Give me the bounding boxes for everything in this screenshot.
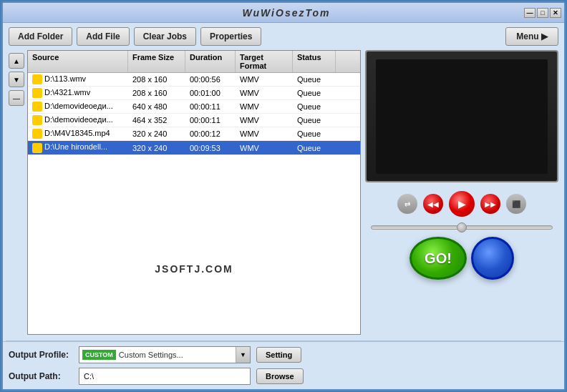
header-duration: Duration <box>185 51 236 72</box>
progress-track[interactable] <box>371 225 553 230</box>
move-up-button[interactable]: ▲ <box>9 53 24 69</box>
cell-source: D:\113.wmv <box>28 73 128 86</box>
close-button[interactable]: ✕ <box>550 8 561 18</box>
cell-duration: 00:00:11 <box>185 114 236 126</box>
go-section: GO! <box>365 234 558 283</box>
cell-duration: 00:00:11 <box>185 101 236 112</box>
profile-select[interactable]: CUSTOM Custom Settings... ▼ <box>79 346 251 363</box>
option-button[interactable] <box>471 237 514 280</box>
cell-duration: 00:01:00 <box>185 87 236 99</box>
file-icon <box>32 129 42 139</box>
cell-source: D:\4321.wmv <box>28 87 128 99</box>
forward-button[interactable]: ▶▶ <box>480 194 500 214</box>
table-row[interactable]: D:\demovideoeди...640 x 48000:00:11WMVQu… <box>28 100 360 114</box>
cell-target: WMV <box>236 74 293 85</box>
table-row[interactable]: D:\demovideoeди...464 x 35200:00:11WMVQu… <box>28 114 360 127</box>
cell-source: D:\Une hirondell... <box>28 141 128 154</box>
browse-button[interactable]: Browse <box>256 368 304 384</box>
cell-target: WMV <box>236 142 293 154</box>
file-list-header: Source Frame Size Duration Target Format… <box>28 51 360 73</box>
output-profile-label: Output Profile: <box>9 350 73 360</box>
bottom-bar: Output Profile: CUSTOM Custom Settings..… <box>3 341 564 389</box>
file-icon <box>32 102 42 112</box>
app-title: WuWiOsezTom <box>49 7 524 19</box>
rewind-button[interactable]: ◀◀ <box>423 194 443 214</box>
cell-status: Queue <box>293 101 336 112</box>
cell-frame: 320 x 240 <box>128 142 185 154</box>
restore-button[interactable]: □ <box>537 8 548 18</box>
watermark: JSOFTJ.COM <box>28 204 360 335</box>
cell-target: WMV <box>236 101 293 112</box>
cell-frame: 208 x 160 <box>128 74 185 85</box>
cell-duration: 00:09:53 <box>185 142 236 154</box>
player-controls: ⇄ ◀◀ ▶ ▶▶ ⬛ <box>365 187 558 221</box>
table-row[interactable]: D:\Une hirondell...320 x 24000:09:53WMVQ… <box>28 141 360 155</box>
properties-button[interactable]: Properties <box>200 27 261 46</box>
left-panel: ▲ ▼ — Source Frame Size Duration Target … <box>9 50 361 335</box>
file-list: Source Frame Size Duration Target Format… <box>27 50 361 335</box>
profile-select-text: Custom Settings... <box>119 351 236 359</box>
clear-jobs-button[interactable]: Clear Jobs <box>134 27 196 46</box>
header-status: Status <box>293 51 336 72</box>
video-preview <box>365 50 558 182</box>
header-target: Target Format <box>236 51 293 72</box>
play-button[interactable]: ▶ <box>449 191 475 217</box>
file-icon <box>32 115 42 125</box>
cell-duration: 00:00:12 <box>185 128 236 139</box>
menu-button[interactable]: Menu ▶ <box>505 27 558 46</box>
right-panel: ⇄ ◀◀ ▶ ▶▶ ⬛ GO! <box>365 50 558 335</box>
file-icon <box>32 74 42 84</box>
cell-status: Queue <box>293 74 336 85</box>
move-down-button[interactable]: ▼ <box>9 72 24 87</box>
file-icon <box>32 88 42 98</box>
file-icon <box>32 143 42 153</box>
cell-status: Queue <box>293 128 336 139</box>
select-arrow-icon[interactable]: ▼ <box>236 347 250 363</box>
file-list-body: D:\113.wmv208 x 16000:00:56WMVQueueD:\43… <box>28 73 360 204</box>
add-file-button[interactable]: Add File <box>77 27 129 46</box>
cell-source: D:\M4V18345.mp4 <box>28 127 128 140</box>
table-row[interactable]: D:\113.wmv208 x 16000:00:56WMVQueue <box>28 73 360 87</box>
custom-badge: CUSTOM <box>82 350 116 360</box>
output-path-row: Output Path: Browse <box>9 368 558 385</box>
cell-source: D:\demovideoeди... <box>28 114 128 127</box>
cell-target: WMV <box>236 114 293 126</box>
go-button[interactable]: GO! <box>410 237 467 280</box>
cell-duration: 00:00:56 <box>185 74 236 85</box>
cell-frame: 320 x 240 <box>128 128 185 139</box>
cell-frame: 464 x 352 <box>128 114 185 126</box>
table-row[interactable]: D:\4321.wmv208 x 16000:01:00WMVQueue <box>28 87 360 100</box>
cell-target: WMV <box>236 87 293 99</box>
output-path-label: Output Path: <box>9 371 73 381</box>
main-area: ▲ ▼ — Source Frame Size Duration Target … <box>3 50 564 340</box>
side-arrows: ▲ ▼ — <box>9 50 24 335</box>
header-frame: Frame Size <box>128 51 185 72</box>
video-screen <box>376 59 548 174</box>
setting-button[interactable]: Setting <box>256 347 301 363</box>
header-source: Source <box>28 51 128 72</box>
progress-bar-container <box>365 225 558 230</box>
screenshot-button[interactable]: ⬛ <box>506 194 526 214</box>
minimize-button[interactable]: — <box>524 8 536 18</box>
cell-source: D:\demovideoeди... <box>28 100 128 113</box>
progress-thumb[interactable] <box>457 222 467 232</box>
output-path-input[interactable] <box>79 368 251 385</box>
remove-button[interactable]: — <box>9 90 24 106</box>
title-bar: WuWiOsezTom — □ ✕ <box>3 3 564 23</box>
cell-frame: 208 x 160 <box>128 87 185 99</box>
cell-frame: 640 x 480 <box>128 101 185 112</box>
output-profile-row: Output Profile: CUSTOM Custom Settings..… <box>9 346 558 363</box>
cell-target: WMV <box>236 128 293 139</box>
add-folder-button[interactable]: Add Folder <box>9 27 72 46</box>
toolbar: Add Folder Add File Clear Jobs Propertie… <box>3 23 564 50</box>
loop-button[interactable]: ⇄ <box>397 194 417 214</box>
cell-status: Queue <box>293 142 336 154</box>
cell-status: Queue <box>293 114 336 126</box>
cell-status: Queue <box>293 87 336 99</box>
table-row[interactable]: D:\M4V18345.mp4320 x 24000:00:12WMVQueue <box>28 127 360 141</box>
window-controls: — □ ✕ <box>524 8 561 18</box>
